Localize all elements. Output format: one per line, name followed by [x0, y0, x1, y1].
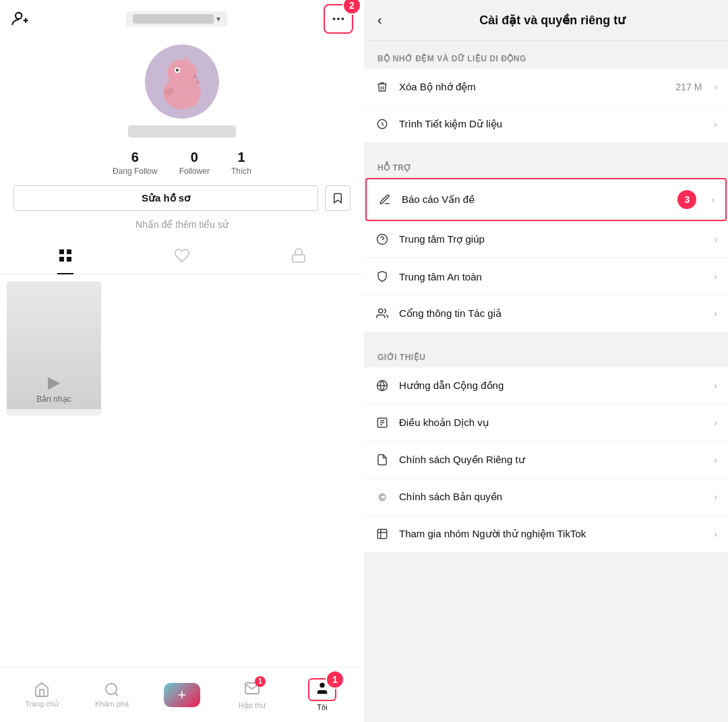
terms-icon: [375, 415, 390, 430]
settings-community-guidelines[interactable]: Hướng dẫn Cộng đồng ›: [364, 367, 728, 404]
chevron-icon: ›: [711, 194, 715, 205]
back-button[interactable]: ‹: [377, 12, 382, 28]
svg-point-20: [106, 684, 117, 694]
settings-help-center[interactable]: Trung tâm Trợ giúp ›: [364, 221, 728, 258]
more-options-button[interactable]: 2: [324, 4, 353, 34]
following-stat[interactable]: 6 Đang Follow: [113, 150, 158, 176]
settings-report-issue[interactable]: Báo cáo Vấn đề 3 ›: [365, 178, 727, 221]
svg-point-4: [337, 18, 340, 20]
username-blurred: [128, 125, 236, 138]
settings-clear-cache[interactable]: Xóa Bộ nhớ đệm 217 M ›: [364, 69, 728, 106]
likes-count: 1: [237, 150, 245, 165]
edit-profile-button[interactable]: Sửa hồ sơ: [13, 185, 318, 211]
section-support-header: HỖ TRỢ: [364, 150, 728, 178]
settings-beta[interactable]: Tham gia nhóm Người thử nghiệm TikTok ›: [364, 516, 728, 553]
trash-icon: [375, 80, 390, 94]
section-storage-header: BỘ NHỚ ĐỆM VÀ DỮ LIỆU DI ĐỘNG: [364, 40, 728, 69]
chevron-icon: ›: [714, 308, 717, 319]
section-support: HỖ TRỢ Báo cáo Vấn đề 3 ›: [364, 150, 728, 332]
video-thumbnail[interactable]: ▶ Bản nhạc: [7, 281, 101, 416]
creator-icon: [375, 306, 390, 321]
nav-me[interactable]: 1 Tôi: [302, 678, 342, 711]
stats-row: 6 Đang Follow 0 Follower 1 Thích: [0, 138, 364, 185]
chevron-icon: ›: [714, 119, 717, 129]
svg-point-5: [342, 18, 344, 20]
data-saver-icon: [375, 117, 390, 131]
svg-point-8: [167, 59, 197, 86]
profile-section: [0, 38, 364, 138]
chevron-icon: ›: [714, 234, 717, 245]
svg-point-22: [320, 683, 324, 688]
likes-label: Thích: [231, 167, 251, 176]
tabs-row: [0, 237, 364, 274]
top-bar: ▾ 2: [0, 0, 364, 38]
svg-line-21: [115, 693, 118, 696]
community-label: Hướng dẫn Cộng đồng: [399, 380, 704, 392]
svg-point-10: [176, 69, 179, 71]
beta-label: Tham gia nhóm Người thử nghiệm TikTok: [399, 528, 704, 540]
following-count: 6: [131, 150, 139, 165]
likes-stat[interactable]: 1 Thích: [231, 150, 251, 176]
chevron-icon: ›: [714, 491, 717, 502]
settings-copyright[interactable]: © Chính sách Bản quyền ›: [364, 479, 728, 516]
svg-rect-18: [67, 257, 71, 262]
username-display[interactable]: ▾: [126, 11, 227, 26]
svg-point-0: [16, 13, 22, 19]
nav-home-label: Trang chủ: [25, 700, 59, 709]
video-play-icon: ▶: [48, 373, 60, 392]
settings-data-saver[interactable]: Trình Tiết kiệm Dữ liệu ›: [364, 106, 728, 143]
svg-rect-16: [67, 249, 71, 254]
nav-explore[interactable]: Khám phá: [92, 682, 132, 708]
svg-rect-15: [59, 249, 64, 254]
chevron-icon: ›: [714, 82, 717, 92]
content-area: ▶ Bản nhạc: [0, 274, 364, 667]
copyright-icon: ©: [375, 489, 390, 504]
help-center-label: Trung tâm Trợ giúp: [399, 233, 704, 245]
nav-home[interactable]: Trang chủ: [22, 682, 62, 709]
followers-stat[interactable]: 0 Follower: [179, 150, 210, 176]
chevron-icon: ›: [714, 417, 717, 428]
right-panel: ‹ Cài đặt và quyền riêng tư BỘ NHỚ ĐỆM V…: [364, 0, 728, 722]
report-icon: [377, 192, 392, 207]
following-label: Đang Follow: [113, 167, 158, 176]
nav-inbox[interactable]: 1 Hộp thư: [232, 680, 272, 710]
community-icon: [375, 378, 390, 393]
action-buttons-row: Sửa hồ sơ: [0, 185, 364, 211]
username-text: [133, 14, 214, 24]
nav-create[interactable]: +: [162, 683, 202, 707]
svg-point-26: [379, 309, 383, 313]
tab-private[interactable]: [291, 247, 307, 274]
settings-privacy-policy[interactable]: Chính sách Quyền Riêng tư ›: [364, 442, 728, 479]
creator-portal-label: Cổng thông tin Tác giả: [399, 307, 704, 320]
privacy-icon: [375, 452, 390, 467]
plus-icon: +: [178, 688, 187, 702]
svg-point-3: [333, 18, 336, 20]
beta-icon: [375, 527, 390, 541]
chevron-icon: ›: [714, 271, 717, 282]
bottom-nav: Trang chủ Khám phá + 1 Hộp thư: [0, 667, 364, 722]
right-header: ‹ Cài đặt và quyền riêng tư: [364, 0, 728, 40]
chevron-icon: ›: [714, 529, 717, 539]
add-user-button[interactable]: [11, 9, 30, 28]
settings-safety-center[interactable]: Trung tâm An toàn ›: [364, 258, 728, 295]
clear-cache-label: Xóa Bộ nhớ đệm: [399, 81, 666, 93]
tab-liked[interactable]: [174, 247, 190, 274]
terms-label: Điều khoản Dịch vụ: [399, 417, 704, 429]
bookmark-button[interactable]: [325, 185, 351, 211]
settings-creator-portal[interactable]: Cổng thông tin Tác giả ›: [364, 295, 728, 332]
nav-inbox-label: Hộp thư: [239, 701, 266, 710]
tab-grid[interactable]: [57, 247, 73, 274]
settings-terms[interactable]: Điều khoản Dịch vụ ›: [364, 404, 728, 442]
copyright-label: Chính sách Bản quyền: [399, 491, 704, 503]
section-about: GIỚI THIỆU Hướng dẫn Cộng đồng ›: [364, 339, 728, 553]
step-3-badge: 3: [677, 190, 696, 209]
create-button[interactable]: +: [164, 683, 200, 707]
safety-center-label: Trung tâm An toàn: [399, 271, 704, 282]
avatar: [145, 44, 219, 119]
video-label: Bản nhạc: [36, 394, 71, 404]
section-storage: BỘ NHỚ ĐỆM VÀ DỮ LIỆU DI ĐỘNG Xóa Bộ nhớ…: [364, 40, 728, 143]
settings-list: BỘ NHỚ ĐỆM VÀ DỮ LIỆU DI ĐỘNG Xóa Bộ nhớ…: [364, 40, 728, 722]
left-panel: ▾ 2: [0, 0, 364, 722]
bio-placeholder[interactable]: Nhấn để thêm tiểu sử: [0, 211, 364, 230]
data-saver-label: Trình Tiết kiệm Dữ liệu: [399, 118, 704, 130]
